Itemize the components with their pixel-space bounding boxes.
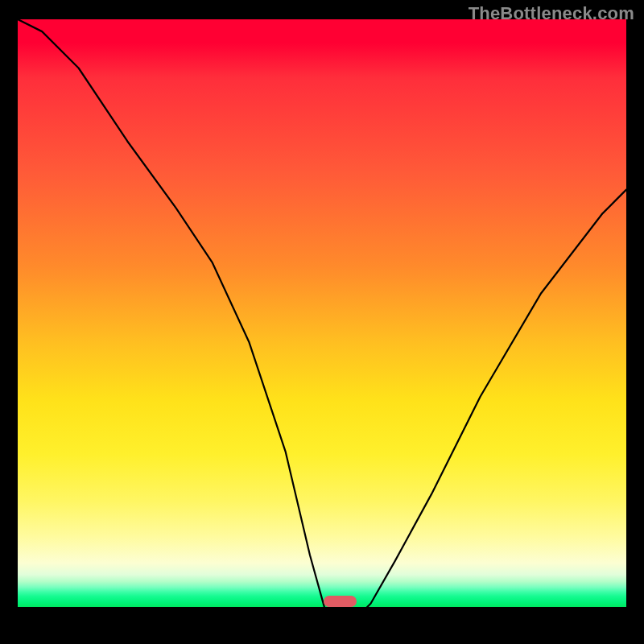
plot-area — [18, 19, 626, 628]
chart-frame: TheBottleneck.com — [0, 0, 644, 644]
minimum-marker — [324, 596, 357, 607]
watermark-text: TheBottleneck.com — [469, 3, 634, 24]
bottleneck-curve — [18, 19, 626, 628]
